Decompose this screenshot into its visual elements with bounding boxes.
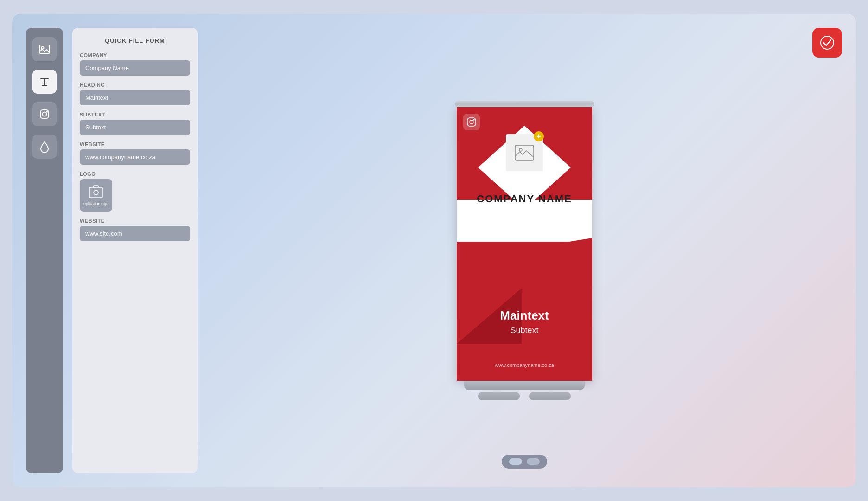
banner-top-bar	[455, 101, 594, 107]
banner-graphic: + COMPANY NAME Maintext Subtext www.comp…	[457, 107, 592, 381]
label-company: COMPANY	[80, 52, 190, 58]
input-website2[interactable]	[80, 226, 190, 241]
logo-upload-label: upload image	[83, 201, 108, 206]
banner-stand: + COMPANY NAME Maintext Subtext www.comp…	[455, 101, 594, 400]
banner-company-name: COMPANY NAME	[457, 193, 592, 205]
svg-point-13	[473, 119, 474, 120]
label-website2: WEBSITE	[80, 218, 190, 224]
sidebar-icon-color[interactable]	[32, 135, 57, 159]
input-subtext[interactable]	[80, 120, 190, 135]
nav-dot-2[interactable]	[527, 458, 540, 465]
form-group-heading: HEADING	[80, 82, 190, 105]
svg-point-7	[43, 112, 47, 116]
label-heading: HEADING	[80, 82, 190, 88]
sidebar-icon-image[interactable]	[32, 37, 57, 61]
banner-website: www.companyname.co.za	[457, 362, 592, 368]
label-subtext: SUBTEXT	[80, 112, 190, 117]
banner-stand-base	[464, 381, 585, 390]
sidebar-icon-social[interactable]	[32, 102, 57, 126]
logo-upload-button[interactable]: upload image	[80, 179, 112, 212]
sidebar-icon-text[interactable]	[32, 70, 57, 94]
banner-feet	[478, 392, 571, 400]
banner-foot-left	[478, 392, 520, 400]
form-group-company: COMPANY	[80, 52, 190, 76]
svg-rect-11	[467, 118, 476, 126]
input-company[interactable]	[80, 60, 190, 76]
banner-subtext: Subtext	[457, 326, 592, 335]
banner-foot-right	[529, 392, 571, 400]
input-website[interactable]	[80, 149, 190, 165]
label-logo: LOGO	[80, 171, 190, 177]
banner-maintext: Maintext	[457, 308, 592, 323]
form-group-subtext: SUBTEXT	[80, 112, 190, 135]
svg-point-12	[470, 120, 473, 124]
banner-add-icon[interactable]: +	[534, 131, 544, 141]
svg-point-8	[46, 111, 47, 112]
svg-point-10	[94, 190, 98, 195]
svg-rect-9	[89, 187, 102, 198]
banner-instagram-icon	[463, 114, 480, 130]
nav-dot-1[interactable]	[509, 458, 522, 465]
form-group-logo: LOGO upload image	[80, 171, 190, 212]
app-frame: QUICK FILL FORM COMPANY HEADING SUBTEXT …	[12, 14, 856, 487]
label-website: WEBSITE	[80, 141, 190, 147]
form-panel: QUICK FILL FORM COMPANY HEADING SUBTEXT …	[72, 28, 198, 473]
sidebar	[26, 28, 63, 473]
form-group-website: WEBSITE	[80, 141, 190, 165]
input-heading[interactable]	[80, 90, 190, 105]
svg-point-15	[519, 148, 522, 151]
svg-point-0	[821, 36, 834, 49]
confirm-button[interactable]	[812, 28, 842, 58]
form-title: QUICK FILL FORM	[80, 37, 190, 44]
form-group-website2: WEBSITE	[80, 218, 190, 241]
preview-area: + COMPANY NAME Maintext Subtext www.comp…	[207, 28, 842, 473]
svg-point-2	[42, 47, 44, 49]
bottom-navigation	[502, 455, 547, 469]
